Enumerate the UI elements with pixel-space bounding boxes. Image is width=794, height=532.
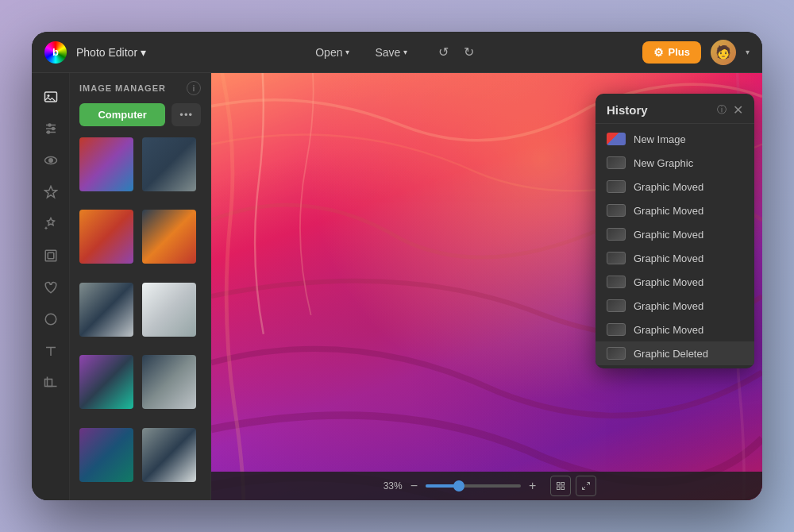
canvas-area: History ⓘ ✕ New Image bbox=[211, 73, 762, 500]
undo-redo-group: ↺ ↻ bbox=[431, 40, 480, 64]
history-item-7[interactable]: Graphic Moved bbox=[596, 294, 754, 318]
history-item-label-7: Graphic Moved bbox=[634, 300, 703, 312]
zoom-slider-thumb[interactable] bbox=[453, 480, 464, 492]
fit-screen-button[interactable] bbox=[550, 476, 571, 496]
sidebar-icon-eye[interactable] bbox=[37, 146, 65, 175]
history-item-icon-3 bbox=[607, 204, 626, 217]
sidebar-icon-image[interactable] bbox=[37, 83, 65, 111]
history-item-9[interactable]: Graphic Deleted bbox=[596, 341, 754, 365]
svg-marker-10 bbox=[44, 187, 56, 198]
open-button[interactable]: Open ▾ bbox=[307, 41, 357, 64]
avatar-chevron[interactable]: ▾ bbox=[746, 48, 750, 56]
svg-point-13 bbox=[45, 314, 56, 325]
svg-rect-19 bbox=[557, 487, 561, 490]
app-title[interactable]: Photo Editor ▾ bbox=[76, 46, 146, 59]
history-panel: History ⓘ ✕ New Image bbox=[596, 94, 754, 368]
svg-rect-16 bbox=[44, 380, 52, 387]
history-close-button[interactable]: ✕ bbox=[733, 104, 743, 117]
history-item-icon-2 bbox=[607, 180, 626, 193]
svg-rect-20 bbox=[561, 487, 565, 490]
history-item-icon-new-image bbox=[607, 133, 626, 145]
zoom-icon-group bbox=[550, 476, 596, 496]
history-item-4[interactable]: Graphic Moved bbox=[596, 222, 754, 246]
history-item-icon-1 bbox=[607, 156, 626, 169]
save-button[interactable]: Save ▾ bbox=[367, 41, 415, 64]
svg-rect-17 bbox=[557, 483, 561, 486]
thumbnail-2[interactable] bbox=[142, 137, 196, 191]
icon-sidebar bbox=[32, 73, 70, 500]
open-chevron: ▾ bbox=[345, 48, 349, 56]
history-item-1[interactable]: New Graphic bbox=[596, 151, 754, 175]
history-item-2[interactable]: Graphic Moved bbox=[596, 175, 754, 199]
canvas-background: History ⓘ ✕ New Image bbox=[211, 73, 762, 500]
toolbar: b Photo Editor ▾ Open ▾ Save ▾ ↺ ↻ ⚙ Plu… bbox=[32, 32, 762, 73]
history-item-icon-4 bbox=[607, 228, 626, 241]
svg-rect-12 bbox=[48, 253, 54, 259]
redo-button[interactable]: ↻ bbox=[457, 40, 480, 64]
history-item-8[interactable]: Graphic Moved bbox=[596, 318, 754, 341]
zoom-minus-button[interactable]: − bbox=[410, 479, 418, 493]
history-item-icon-6 bbox=[607, 276, 626, 288]
panel-actions: Computer ••• bbox=[70, 103, 210, 134]
history-list: New Image New Graphic Graphic Moved bbox=[596, 124, 754, 368]
history-item-0[interactable]: New Image bbox=[596, 127, 754, 151]
thumbnail-7[interactable] bbox=[79, 355, 133, 409]
history-item-icon-8 bbox=[607, 323, 626, 336]
thumbnail-4[interactable] bbox=[142, 210, 196, 264]
open-label: Open bbox=[315, 46, 342, 59]
zoom-bar: 33% − + bbox=[211, 472, 762, 500]
svg-point-9 bbox=[48, 159, 52, 163]
zoom-plus-button[interactable]: + bbox=[529, 479, 536, 493]
sidebar-icon-effects[interactable] bbox=[37, 210, 65, 238]
main-content: IMAGE MANAGER i Computer ••• bbox=[32, 73, 762, 500]
sidebar-icon-crop[interactable] bbox=[37, 368, 65, 397]
svg-line-21 bbox=[587, 483, 590, 486]
thumbnail-1[interactable] bbox=[79, 137, 133, 191]
svg-point-6 bbox=[52, 128, 54, 130]
thumbnail-9[interactable] bbox=[79, 428, 133, 482]
panel-header: IMAGE MANAGER i bbox=[70, 73, 210, 103]
sidebar-icon-circle[interactable] bbox=[37, 305, 65, 333]
history-header: History ⓘ ✕ bbox=[596, 94, 754, 124]
undo-button[interactable]: ↺ bbox=[431, 40, 455, 64]
history-info-button[interactable]: ⓘ bbox=[717, 103, 727, 117]
thumbnail-5[interactable] bbox=[79, 283, 133, 337]
history-item-label-8: Graphic Moved bbox=[634, 324, 703, 336]
computer-button[interactable]: Computer bbox=[79, 103, 165, 126]
plus-button[interactable]: ⚙ Plus bbox=[642, 41, 701, 64]
sidebar-icon-adjustments[interactable] bbox=[37, 114, 65, 143]
panel-info-button[interactable]: i bbox=[187, 81, 201, 95]
history-item-label-2: Graphic Moved bbox=[634, 181, 703, 193]
panel-title: IMAGE MANAGER bbox=[79, 83, 166, 93]
history-item-6[interactable]: Graphic Moved bbox=[596, 270, 754, 294]
app-title-text: Photo Editor bbox=[76, 46, 137, 59]
more-button[interactable]: ••• bbox=[172, 103, 201, 126]
fullscreen-button[interactable] bbox=[576, 476, 596, 496]
history-item-label-5: Graphic Moved bbox=[634, 253, 703, 264]
avatar[interactable]: 🧑 bbox=[711, 40, 736, 65]
image-grid bbox=[70, 134, 210, 500]
svg-rect-0 bbox=[44, 92, 56, 102]
sidebar-icon-heart[interactable] bbox=[37, 273, 65, 302]
save-chevron: ▾ bbox=[403, 48, 407, 56]
zoom-slider[interactable] bbox=[426, 484, 521, 488]
thumbnail-6[interactable] bbox=[142, 283, 196, 337]
thumbnail-10[interactable] bbox=[142, 428, 196, 482]
svg-rect-18 bbox=[561, 483, 565, 486]
svg-rect-11 bbox=[45, 250, 56, 261]
sidebar-icon-text[interactable] bbox=[37, 337, 65, 365]
svg-point-7 bbox=[47, 131, 49, 133]
thumbnail-3[interactable] bbox=[79, 210, 133, 264]
history-header-icons: ⓘ ✕ bbox=[717, 103, 743, 117]
sidebar-icon-star[interactable] bbox=[37, 178, 65, 206]
history-item-5[interactable]: Graphic Moved bbox=[596, 246, 754, 270]
thumbnail-8[interactable] bbox=[142, 355, 196, 409]
history-item-label-6: Graphic Moved bbox=[634, 276, 703, 288]
sidebar-icon-frame[interactable] bbox=[37, 241, 65, 270]
history-item-label-9: Graphic Deleted bbox=[634, 348, 708, 360]
svg-line-22 bbox=[583, 487, 586, 490]
history-item-label-0: New Image bbox=[634, 133, 686, 145]
history-item-3[interactable]: Graphic Moved bbox=[596, 199, 754, 222]
history-item-label-3: Graphic Moved bbox=[634, 205, 703, 217]
svg-point-1 bbox=[47, 94, 49, 97]
